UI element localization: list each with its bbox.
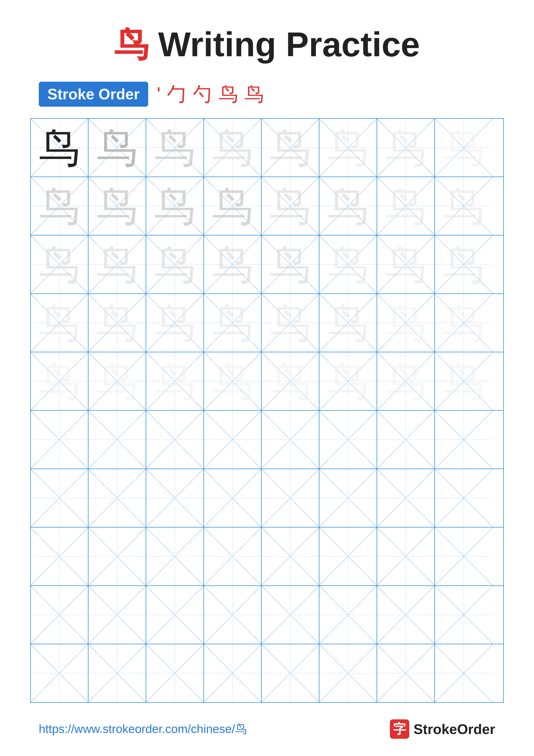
grid-cell[interactable]: 鸟	[146, 177, 204, 235]
grid-cell[interactable]: 鸟	[204, 352, 262, 410]
grid-cell[interactable]: 鸟	[262, 352, 319, 410]
grid-cell[interactable]: 鸟	[89, 235, 146, 293]
grid-cell[interactable]: 鸟	[146, 352, 204, 410]
grid-cell[interactable]: 鸟	[319, 119, 377, 176]
title-area: 鸟 Writing Practice	[0, 0, 534, 81]
grid-cell[interactable]: 鸟	[89, 119, 146, 176]
grid-cell[interactable]: 鸟	[31, 235, 89, 293]
grid-cell[interactable]: 鸟	[31, 119, 89, 176]
grid-cell[interactable]: 鸟	[262, 119, 319, 176]
footer-url[interactable]: https://www.strokeorder.com/chinese/鸟	[39, 721, 247, 737]
svg-line-203	[146, 470, 203, 527]
svg-line-298	[146, 645, 203, 702]
grid-cell[interactable]: 鸟	[204, 294, 262, 352]
grid-cell[interactable]	[435, 411, 493, 469]
grid-cell[interactable]	[262, 469, 319, 527]
svg-line-195	[31, 470, 88, 527]
grid-cell[interactable]	[146, 469, 204, 527]
grid-cell[interactable]: 鸟	[146, 294, 204, 352]
grid-cell[interactable]: 鸟	[377, 177, 435, 235]
char-guide: 鸟	[328, 244, 369, 285]
grid-cell[interactable]: 鸟	[146, 119, 204, 176]
svg-line-286	[435, 586, 493, 644]
grid-cell[interactable]	[31, 411, 89, 469]
grid-cell[interactable]: 鸟	[31, 352, 89, 410]
grid-cell[interactable]: 鸟	[435, 119, 493, 176]
grid-cell[interactable]: 鸟	[204, 235, 262, 293]
grid-cell[interactable]: 鸟	[262, 235, 319, 293]
grid-cell[interactable]	[146, 644, 204, 702]
grid-cell[interactable]: 鸟	[435, 177, 493, 235]
grid-cell[interactable]	[204, 527, 262, 585]
grid-cell[interactable]: 鸟	[262, 294, 319, 352]
grid-cell[interactable]	[377, 644, 435, 702]
grid-cell[interactable]	[262, 411, 319, 469]
svg-line-307	[262, 645, 319, 702]
grid-cell[interactable]	[435, 469, 493, 527]
grid-cell[interactable]: 鸟	[377, 119, 435, 176]
grid-cell[interactable]: 鸟	[377, 235, 435, 293]
stroke-order-badge: Stroke Order	[39, 82, 148, 107]
grid-cell[interactable]: 鸟	[377, 352, 435, 410]
grid-cell[interactable]	[435, 644, 493, 702]
grid-cell[interactable]	[377, 469, 435, 527]
grid-cell[interactable]	[89, 527, 146, 585]
grid-cell[interactable]: 鸟	[319, 177, 377, 235]
grid-cell[interactable]	[89, 469, 146, 527]
grid-cell[interactable]: 鸟	[319, 294, 377, 352]
svg-line-227	[31, 528, 88, 585]
grid-cell[interactable]: 鸟	[204, 177, 262, 235]
grid-cell[interactable]	[319, 527, 377, 585]
grid-row-3: 鸟 鸟 鸟	[31, 235, 503, 294]
grid-cell[interactable]	[31, 527, 89, 585]
grid-cell[interactable]: 鸟	[204, 119, 262, 176]
char-guide: 鸟	[154, 127, 195, 168]
grid-cell[interactable]	[89, 586, 146, 644]
svg-line-303	[204, 645, 261, 702]
grid-cell[interactable]	[377, 411, 435, 469]
grid-cell[interactable]: 鸟	[319, 352, 377, 410]
grid-row-9	[31, 586, 503, 644]
grid-cell[interactable]: 鸟	[435, 235, 493, 293]
stroke-step-2: 勹	[167, 81, 186, 107]
grid-cell[interactable]	[204, 586, 262, 644]
grid-cell[interactable]	[435, 586, 493, 644]
grid-cell[interactable]: 鸟	[89, 352, 146, 410]
grid-cell[interactable]	[319, 586, 377, 644]
grid-cell[interactable]	[31, 586, 89, 644]
grid-cell[interactable]: 鸟	[377, 294, 435, 352]
grid-cell[interactable]	[262, 527, 319, 585]
grid-cell[interactable]	[204, 469, 262, 527]
char-guide: 鸟	[212, 302, 253, 343]
grid-cell[interactable]: 鸟	[89, 177, 146, 235]
grid-cell[interactable]	[377, 586, 435, 644]
grid-cell[interactable]: 鸟	[31, 177, 89, 235]
grid-cell[interactable]	[319, 644, 377, 702]
grid-cell[interactable]	[319, 469, 377, 527]
char-guide: 鸟	[443, 302, 484, 343]
grid-cell[interactable]: 鸟	[31, 294, 89, 352]
grid-cell[interactable]	[435, 527, 493, 585]
grid-cell[interactable]	[377, 527, 435, 585]
grid-cell[interactable]	[146, 411, 204, 469]
grid-cell[interactable]: 鸟	[435, 352, 493, 410]
grid-row-2: 鸟 鸟 鸟	[31, 177, 503, 235]
grid-cell[interactable]	[204, 644, 262, 702]
grid-cell[interactable]	[146, 527, 204, 585]
grid-cell[interactable]	[89, 411, 146, 469]
grid-cell[interactable]	[31, 469, 89, 527]
char-guide: 鸟	[270, 186, 311, 227]
grid-cell[interactable]	[262, 586, 319, 644]
grid-cell[interactable]	[89, 644, 146, 702]
grid-cell[interactable]	[146, 586, 204, 644]
grid-cell[interactable]: 鸟	[146, 235, 204, 293]
char-guide: 鸟	[385, 244, 426, 285]
grid-cell[interactable]	[319, 411, 377, 469]
grid-cell[interactable]: 鸟	[319, 235, 377, 293]
grid-cell[interactable]	[204, 411, 262, 469]
grid-cell[interactable]: 鸟	[89, 294, 146, 352]
grid-cell[interactable]	[262, 644, 319, 702]
grid-cell[interactable]: 鸟	[435, 294, 493, 352]
grid-cell[interactable]: 鸟	[262, 177, 319, 235]
grid-cell[interactable]	[31, 644, 89, 702]
